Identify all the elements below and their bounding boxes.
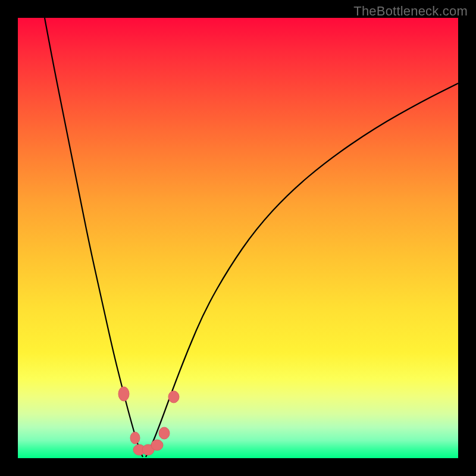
- marker-point: [151, 440, 163, 450]
- marker-group: [118, 387, 179, 455]
- marker-point: [130, 432, 140, 444]
- right-curve: [146, 83, 458, 457]
- marker-point: [159, 427, 170, 439]
- curve-group: [45, 18, 458, 457]
- marker-point: [118, 387, 129, 401]
- marker-point: [168, 391, 179, 403]
- watermark-text: TheBottleneck.com: [353, 4, 468, 19]
- chart-svg: [18, 18, 458, 458]
- chart-plot-area: [18, 18, 458, 458]
